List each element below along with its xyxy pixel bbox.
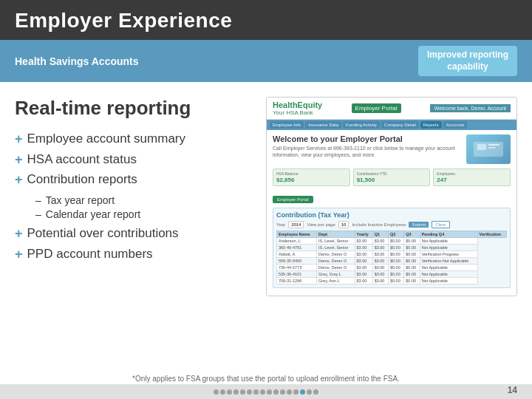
table-cell: $0.00	[404, 258, 420, 265]
primary-bullet-list: + Employee account summary + HSA account…	[15, 132, 251, 188]
table-cell: Demo, Demo O	[316, 258, 355, 265]
table-cell: $0.00	[404, 245, 420, 251]
pagination-dot[interactable]	[300, 389, 305, 395]
pagination-dot[interactable]	[227, 389, 232, 395]
portal-tagline: Your HSA Bank	[273, 109, 322, 116]
pagination-dot[interactable]	[253, 389, 259, 395]
table-cell: $0.00	[404, 271, 420, 278]
portal-logo-area: HealthEquity Your HSA Bank	[273, 100, 322, 116]
pagination-dot[interactable]	[214, 389, 219, 395]
table-row: 535-36-4101Grey, Grey L$3.00$3.00$0.00$0…	[277, 271, 507, 278]
sub-bullet-list: – Tax year report – Calendar year report	[35, 194, 251, 220]
table-cell: Abbott, A	[277, 251, 317, 258]
pagination-dot[interactable]	[220, 389, 225, 395]
plus-icon: +	[15, 172, 23, 188]
table-cell: Verification Progress	[420, 251, 477, 258]
table-cell: 535-36-4101	[277, 271, 317, 278]
table-cell: Grey, Grey L	[316, 271, 355, 278]
table-cell: IS, Level, Senior	[316, 238, 355, 245]
portal-logo: HealthEquity	[273, 100, 322, 109]
portal-hero-image	[466, 134, 511, 164]
table-cell: 730-44-2773	[277, 265, 317, 271]
table-cell: $3.00	[372, 251, 388, 258]
nav-item-funding: Funding Activity	[343, 121, 380, 129]
table-row: 559-35-5400Demo, Demo O$3.00$3.00$0.00$0…	[277, 258, 507, 265]
pagination-dot[interactable]	[313, 389, 318, 395]
sub-bullet-text: Tax year report	[46, 194, 115, 206]
table-cell: Anderson, L	[277, 238, 317, 245]
col-header-yearly: Yearly	[355, 231, 372, 238]
dash-icon: –	[35, 208, 41, 220]
table-cell: 559-35-5400	[277, 258, 317, 265]
main-content: Real-time reporting + Employee account s…	[0, 82, 532, 304]
svg-rect-3	[488, 147, 496, 149]
submit-button[interactable]: Submit	[409, 222, 429, 228]
portal-info-boxes: HSA Balance $2,856 Contributions YTD $1,…	[273, 168, 511, 186]
col-header-pending: Pending Q4	[420, 231, 477, 238]
plus-icon: +	[15, 247, 23, 263]
table-cell: $0.00	[388, 271, 403, 278]
table-cell: $0.00	[388, 238, 403, 245]
pagination-dot[interactable]	[293, 389, 299, 395]
bullet-text: PPD account numbers	[27, 247, 153, 262]
view-label: View per page	[307, 222, 335, 227]
portal-title-badge: Employer Portal	[352, 103, 401, 113]
pagination-dot[interactable]	[247, 389, 252, 395]
pagination-dot[interactable]	[307, 389, 312, 395]
footer-note: *Only applies to FSA groups that use the…	[0, 375, 532, 383]
contribution-section: Contribution (Tax Year) Year 2014 View p…	[273, 208, 511, 288]
page-number: 14	[508, 385, 517, 395]
bullet-text: Contribution reports	[27, 172, 137, 187]
nav-item-accounts: Accounts	[443, 121, 468, 129]
per-page-select[interactable]: 10	[338, 221, 349, 228]
bullet-text: HSA account status	[27, 152, 137, 167]
clear-button[interactable]: Clear	[432, 221, 449, 228]
left-column: Real-time reporting + Employee account s…	[15, 97, 251, 296]
table-cell: Not Applicable	[420, 278, 477, 284]
portal-content: Welcome to your Employer Portal Call Emp…	[267, 130, 516, 296]
table-cell: $3.00	[372, 258, 388, 265]
nav-item-company: Company Detail	[381, 121, 419, 129]
section-title: Real-time reporting	[15, 97, 251, 120]
nav-item-reports: Reports	[420, 121, 442, 129]
portal-screenshot: HealthEquity Your HSA Bank Employer Port…	[266, 97, 517, 296]
portal-cta-button[interactable]: Employer Portal	[273, 196, 313, 203]
table-cell: Demo, Demo O	[316, 265, 355, 271]
svg-rect-1	[477, 144, 486, 150]
portal-welcome: Welcome back, Demo. Account	[430, 104, 511, 112]
secondary-bullet-list: + Potential over contributions + PPD acc…	[15, 226, 251, 262]
table-cell: $3.00	[355, 245, 372, 251]
list-item: – Calendar year report	[35, 208, 251, 220]
subheader-bar: Health Savings Accounts Improved reporti…	[0, 40, 532, 82]
table-cell: $3.00	[372, 238, 388, 245]
table-cell: $3.00	[355, 258, 372, 265]
list-item: – Tax year report	[35, 194, 251, 206]
col-header-name: Employee Name	[277, 231, 317, 238]
table-cell: Grey, Ann L	[316, 278, 355, 284]
pagination-dot[interactable]	[240, 389, 245, 395]
pagination-dot[interactable]	[267, 389, 272, 395]
pagination-dot[interactable]	[273, 389, 279, 395]
subheader-title: Health Savings Accounts	[15, 55, 139, 67]
pagination-dot[interactable]	[260, 389, 265, 395]
table-cell: 709-31-1296	[277, 278, 317, 284]
pagination-dot[interactable]	[233, 389, 239, 395]
table-cell: $3.00	[372, 265, 388, 271]
portal-box-2: Contributions YTD $1,500	[353, 168, 431, 186]
inactive-label: Include Inactive Employees	[352, 222, 406, 227]
col-header-q3: Q3	[404, 231, 420, 238]
improved-reporting-badge: Improved reporting capability	[418, 46, 517, 76]
table-cell: $0.00	[404, 278, 420, 284]
contribution-table: Employee Name Dept Yearly Q1 Q2 Q3 Pendi…	[276, 231, 507, 284]
portal-header: HealthEquity Your HSA Bank Employer Port…	[267, 98, 516, 120]
year-select[interactable]: 2014	[288, 221, 304, 228]
plus-icon: +	[15, 132, 23, 148]
pagination-dot[interactable]	[287, 389, 292, 395]
plus-icon: +	[15, 152, 23, 168]
table-row: Anderson, LIS, Level, Senior$3.00$3.00$0…	[277, 238, 507, 245]
portal-hero-title: Welcome to your Employer Portal	[273, 134, 460, 143]
table-cell: $3.00	[372, 278, 388, 284]
pagination-dot[interactable]	[280, 389, 285, 395]
table-cell: 360-46-4791	[277, 245, 317, 251]
list-item: + Employee account summary	[15, 132, 251, 148]
